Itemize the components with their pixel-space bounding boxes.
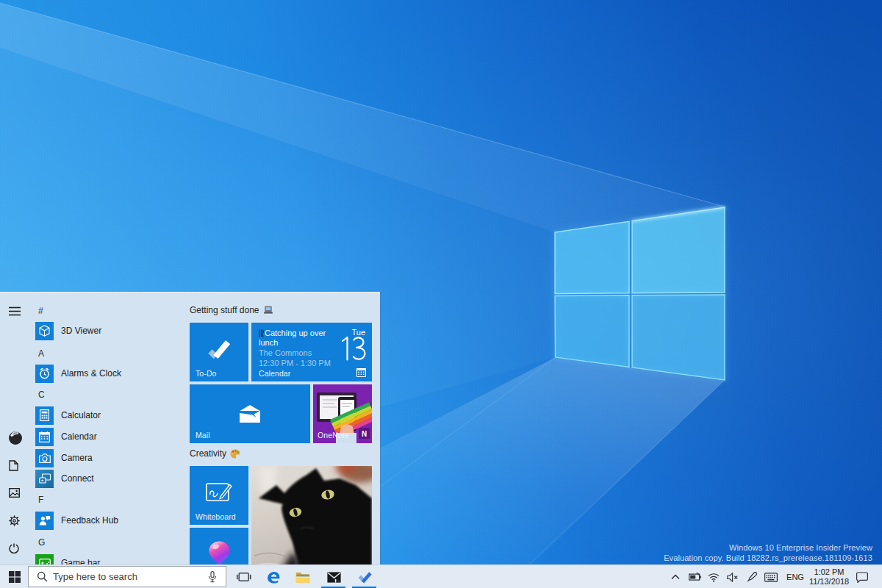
tile-mail-label: Mail bbox=[196, 431, 210, 440]
edge-button[interactable] bbox=[259, 565, 288, 588]
todo-taskbar-icon bbox=[358, 571, 372, 584]
language-indicator[interactable]: ENG bbox=[785, 565, 806, 588]
mail-taskbar-icon bbox=[327, 572, 341, 583]
user-account-button[interactable] bbox=[0, 426, 29, 451]
palette-emoji-icon bbox=[230, 449, 240, 459]
calendar-app-icon bbox=[35, 428, 54, 446]
game-bar-icon bbox=[35, 554, 54, 565]
tile-group-header-creativity[interactable]: Creativity bbox=[190, 448, 240, 459]
windows-logo-wallpaper bbox=[555, 207, 725, 380]
tile-calendar[interactable]: Catching up over lunch The Commons 12:30… bbox=[251, 323, 372, 381]
tile-onenote[interactable]: N OneNote bbox=[313, 384, 372, 443]
tray-battery-button[interactable] bbox=[685, 565, 704, 588]
tray-volume-button[interactable] bbox=[723, 565, 742, 588]
taskbar-search[interactable]: Type here to search bbox=[28, 566, 226, 587]
tile-group-header-productivity[interactable]: Getting stuff done bbox=[190, 305, 273, 315]
insider-watermark: Windows 10 Enterprise Insider Preview Ev… bbox=[664, 542, 872, 563]
taskbar: Type here to search bbox=[0, 564, 882, 588]
task-view-button[interactable] bbox=[229, 565, 259, 588]
wifi-icon bbox=[708, 573, 720, 582]
app-list-letter-c[interactable]: C bbox=[38, 390, 45, 400]
3d-viewer-icon bbox=[35, 322, 54, 340]
tile-photos[interactable] bbox=[251, 466, 372, 564]
windows-start-icon bbox=[9, 571, 21, 583]
calendar-event-location: The Commons bbox=[259, 348, 312, 358]
pictures-icon bbox=[9, 488, 20, 498]
documents-button[interactable] bbox=[0, 453, 29, 478]
meal-emoji-icon bbox=[259, 329, 265, 337]
camera-icon bbox=[35, 449, 54, 467]
menu-expand-button[interactable] bbox=[0, 298, 29, 323]
app-list-letter-a[interactable]: A bbox=[38, 348, 44, 359]
task-view-icon bbox=[237, 571, 252, 583]
pictures-button[interactable] bbox=[0, 480, 29, 505]
power-icon bbox=[9, 543, 19, 553]
tray-keyboard-button[interactable] bbox=[761, 565, 781, 588]
battery-charging-icon bbox=[689, 573, 701, 581]
calendar-event-time: 12:30 PM - 1:30 PM bbox=[259, 359, 331, 368]
tile-onenote-label: OneNote bbox=[318, 431, 349, 440]
file-explorer-icon bbox=[295, 571, 310, 584]
calendar-date-digits bbox=[341, 336, 367, 361]
tile-calendar-label: Calendar bbox=[259, 369, 290, 378]
mail-button[interactable] bbox=[319, 565, 348, 588]
app-list-item-connect[interactable]: Connect bbox=[35, 469, 94, 488]
chevron-up-icon bbox=[671, 574, 680, 580]
power-button[interactable] bbox=[0, 536, 29, 561]
search-icon bbox=[37, 571, 48, 582]
app-list-item-camera[interactable]: Camera bbox=[35, 448, 93, 467]
calendar-event-title: Catching up over lunch bbox=[259, 329, 345, 348]
app-list-item-calculator[interactable]: Calculator bbox=[35, 406, 101, 425]
mail-envelope-glyph bbox=[240, 405, 260, 423]
volume-muted-icon bbox=[727, 573, 739, 582]
app-list-item-feedback-hub[interactable]: Feedback Hub bbox=[35, 511, 118, 530]
watermark-line1: Windows 10 Enterprise Insider Preview bbox=[664, 542, 872, 553]
feedback-hub-icon bbox=[35, 512, 54, 530]
documents-icon bbox=[9, 460, 18, 471]
start-menu: # 3D Viewer A Alarms & Clock bbox=[0, 292, 380, 564]
edge-icon bbox=[266, 570, 281, 584]
app-list-item-3d-viewer[interactable]: 3D Viewer bbox=[35, 321, 101, 340]
app-list-item-game-bar[interactable]: Game bar bbox=[35, 553, 100, 564]
tile-todo[interactable]: To-Do bbox=[190, 323, 248, 381]
tray-pen-button[interactable] bbox=[742, 565, 761, 588]
calendar-badge-icon bbox=[356, 368, 366, 377]
tile-mail[interactable]: Mail bbox=[190, 384, 310, 443]
whiteboard-glyph bbox=[206, 481, 232, 503]
tray-wifi-button[interactable] bbox=[704, 565, 723, 588]
file-explorer-button[interactable] bbox=[288, 565, 318, 588]
settings-button[interactable] bbox=[0, 508, 29, 533]
search-placeholder: Type here to search bbox=[53, 571, 137, 582]
microphone-icon[interactable] bbox=[208, 571, 217, 583]
photos-tile-cat-photo bbox=[251, 466, 372, 564]
tile-whiteboard[interactable]: Whiteboard bbox=[190, 466, 248, 525]
calculator-icon bbox=[35, 406, 54, 425]
touch-keyboard-icon bbox=[764, 573, 778, 582]
clock-time: 1:02 PM bbox=[814, 567, 845, 577]
laptop-emoji-icon bbox=[263, 306, 273, 315]
app-list-letter-g[interactable]: G bbox=[38, 537, 45, 548]
app-list-letter-f[interactable]: F bbox=[38, 495, 43, 505]
action-center-icon bbox=[856, 572, 868, 583]
tile-todo-label: To-Do bbox=[196, 369, 217, 378]
settings-gear-icon bbox=[9, 515, 20, 526]
app-list-letter-hash[interactable]: # bbox=[38, 306, 43, 316]
desktop: Windows 10 Enterprise Insider Preview Ev… bbox=[0, 0, 882, 588]
start-button[interactable] bbox=[0, 565, 29, 588]
clock-date: 11/13/2018 bbox=[809, 577, 849, 587]
todo-button[interactable] bbox=[350, 565, 379, 588]
watermark-line2: Evaluation copy. Build 18282.rs_prerelea… bbox=[664, 553, 872, 563]
app-list-item-calendar[interactable]: Calendar bbox=[35, 427, 97, 446]
todo-check-glyph bbox=[207, 340, 232, 362]
action-center-button[interactable] bbox=[851, 565, 873, 588]
tile-paint3d[interactable] bbox=[190, 528, 248, 564]
tile-whiteboard-label: Whiteboard bbox=[196, 512, 236, 521]
tray-show-hidden-button[interactable] bbox=[666, 565, 685, 588]
onenote-logo-letter: N bbox=[362, 430, 367, 438]
connect-icon bbox=[35, 470, 54, 488]
alarms-clock-icon bbox=[35, 365, 54, 383]
app-list-item-alarms-clock[interactable]: Alarms & Clock bbox=[35, 364, 121, 383]
hamburger-icon bbox=[9, 306, 21, 316]
taskbar-clock[interactable]: 1:02 PM 11/13/2018 bbox=[806, 565, 853, 588]
paint3d-balloon-glyph bbox=[209, 541, 230, 564]
